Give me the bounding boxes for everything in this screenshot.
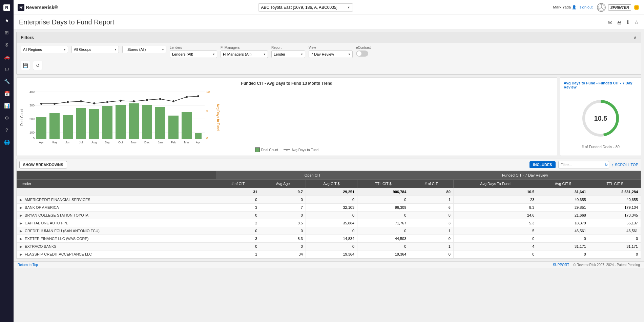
sign-out-link[interactable]: sign out [580, 5, 593, 9]
sidebar-item-car[interactable]: 🚗 [1, 52, 12, 62]
table-toolbar: SHOW BREAKDOWNS INCLUDES ↻ ↑ SCROLL TOP [17, 159, 641, 171]
sidebar-item-help[interactable]: ? [1, 125, 12, 136]
sidebar-item-calendar[interactable]: 📅 [1, 88, 12, 99]
print-icon[interactable]: 🖨 [617, 19, 622, 25]
filter-input-wrapper: ↻ [558, 161, 609, 168]
view-select-wrapper[interactable]: 7 Day Review [309, 51, 353, 58]
bar-jan [155, 107, 165, 139]
open-num-cell: 0 [216, 243, 260, 250]
filter-group-view: View 7 Day Review [309, 46, 353, 58]
expand-icon[interactable]: ▶ [20, 245, 22, 248]
sidebar-item-wrench[interactable]: 🔧 [1, 76, 12, 87]
lender-name-cell: ▶ BANK OF AMERICA [17, 204, 216, 212]
open-avg-cit-cell: 0 [306, 212, 357, 219]
dealer-select[interactable]: ABC Toyota East [1079, 186, A, ABC0005] [258, 3, 353, 12]
open-avg-age-cell: 7 [260, 204, 306, 212]
dot-dec [146, 99, 148, 101]
filters-collapse-icon[interactable]: ∧ [633, 35, 637, 40]
open-num-cell: 0 [216, 196, 260, 204]
svg-text:0: 0 [33, 137, 35, 140]
legend-box-icon [255, 147, 260, 152]
regions-select[interactable]: All Regions [21, 46, 68, 53]
fi-managers-select[interactable]: FI Managers (All) [221, 51, 268, 58]
funded-num-cell: 6 [409, 204, 453, 212]
filter-refresh-icon[interactable]: ↻ [605, 163, 608, 167]
groups-select-wrapper[interactable]: All Groups [71, 46, 119, 53]
regions-select-wrapper[interactable]: All Regions [21, 46, 68, 53]
filter-input[interactable] [558, 161, 609, 168]
star-icon[interactable]: ☆ [634, 19, 639, 25]
open-ttl-cit-cell: 0 [357, 212, 409, 219]
sidebar-item-tag[interactable]: 🏷 [1, 64, 12, 75]
includes-button[interactable]: INCLUDES [529, 161, 555, 168]
funded-avg-cit-cell: 21,668 [537, 212, 589, 219]
funded-avg-days-cell: 0 [453, 235, 537, 243]
svg-text:200: 200 [29, 117, 35, 121]
open-num-cell: 1 [216, 250, 260, 258]
open-avg-age-cell: 8.3 [260, 235, 306, 243]
expand-icon[interactable]: ▶ [20, 229, 22, 233]
content-body: Filters ∧ All Regions [14, 29, 644, 322]
expand-icon[interactable]: ▶ [20, 253, 22, 256]
sidebar-item-dollar[interactable]: $ [1, 39, 12, 50]
sidebar-item-globe[interactable]: 🌐 [1, 137, 12, 148]
funded-num-cell: 0 [409, 250, 453, 258]
lenders-select-wrapper[interactable]: Lenders (All) [170, 51, 217, 58]
dealer-select-wrapper[interactable]: ABC Toyota East [1079, 186, A, ABC0005] [258, 3, 353, 12]
report-select-wrapper[interactable]: Lender [271, 51, 305, 58]
top-header: R ReverseRisk® ABC Toyota East [1079, 18… [14, 0, 644, 15]
download-icon[interactable]: ⬇ [626, 19, 630, 25]
svg-text:5: 5 [206, 109, 208, 113]
stores-select-wrapper[interactable]: ✕ Stores (All) ▼ [122, 46, 166, 53]
save-filter-btn[interactable]: 💾 [21, 61, 30, 70]
dot-feb [172, 100, 174, 102]
totals-open-avg-age: 9.7 [260, 188, 306, 196]
totals-funded-avg-cit: 31,641 [537, 188, 589, 196]
report-select[interactable]: Lender [271, 51, 305, 58]
dot-jan [159, 98, 161, 100]
dot-apr [40, 103, 42, 105]
expand-icon[interactable]: ▶ [20, 206, 22, 209]
expand-icon[interactable]: ▶ [20, 214, 22, 217]
funded-ttl-cit-cell: 31,171 [589, 243, 641, 250]
open-avg-cit-cell: 14,834 [306, 235, 357, 243]
stores-select[interactable]: Stores (All) [122, 46, 166, 53]
sidebar-item-grid[interactable]: ⊞ [1, 27, 12, 38]
svg-text:Jul: Jul [79, 141, 83, 144]
lender-name-cell: ▶ EXETER FINANCE LLC (WAS CORP) [17, 235, 216, 243]
filters-header[interactable]: Filters ∧ [17, 32, 641, 43]
funded-avg-cit-cell: 46,561 [537, 227, 589, 235]
sidebar-item-report[interactable]: 📊 [1, 100, 12, 111]
open-avg-cit-cell: 19,364 [306, 250, 357, 258]
show-breakdowns-button[interactable]: SHOW BREAKDOWNS [19, 161, 67, 168]
expand-icon[interactable]: ▶ [20, 237, 22, 241]
view-select[interactable]: 7 Day Review [309, 51, 353, 58]
legend-bar-label: Deal Count [261, 148, 278, 152]
filters-body: All Regions All Groups [17, 43, 641, 74]
reset-filter-btn[interactable]: ↺ [33, 61, 42, 70]
scroll-top-button[interactable]: ↑ SCROLL TOP [612, 163, 638, 167]
expand-icon[interactable]: ▶ [20, 221, 22, 225]
bar-sep [102, 106, 112, 139]
bar-may [49, 113, 60, 139]
groups-select[interactable]: All Groups [71, 46, 119, 53]
filter-group-groups: All Groups [71, 46, 119, 53]
th-open-num-cit: # of CIT [216, 180, 260, 188]
email-icon[interactable]: ✉ [608, 19, 612, 25]
th-open-cit: Open CIT [216, 171, 409, 180]
expand-icon[interactable]: ▶ [20, 198, 22, 202]
fi-managers-select-wrapper[interactable]: FI Managers (All) [221, 51, 268, 58]
brand-logos: SPRINTER [597, 3, 640, 12]
bar-jun [63, 115, 73, 139]
svg-text:Apr: Apr [39, 141, 44, 144]
econtract-toggle[interactable] [356, 51, 368, 57]
page-footer: Return to Top SUPPORT © ReverseRisk 2007… [14, 261, 644, 268]
scroll-top-icon: ↑ [612, 163, 614, 167]
sidebar-item-star[interactable]: ★ [1, 15, 12, 26]
sidebar-item-settings[interactable]: ⚙ [1, 113, 12, 123]
filter-group-econtract: eContract [356, 46, 371, 57]
bar-jul [76, 108, 86, 139]
return-to-top-link[interactable]: Return to Top [18, 263, 38, 267]
lenders-select[interactable]: Lenders (All) [170, 51, 217, 58]
support-link[interactable]: SUPPORT [553, 263, 569, 267]
